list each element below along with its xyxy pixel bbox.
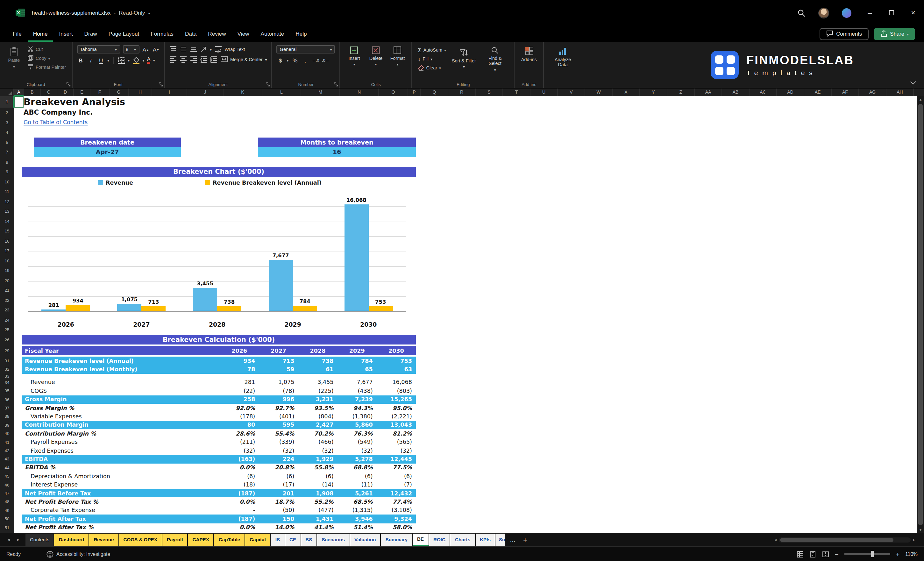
row-header-41[interactable]: 41 [0, 438, 14, 446]
selected-cell-a1[interactable] [14, 96, 24, 108]
format-cells-button[interactable]: Format▾ [388, 45, 407, 68]
cell[interactable]: 80 [220, 422, 259, 428]
row-header-37[interactable]: 37 [0, 404, 14, 412]
cell[interactable]: (225) [298, 388, 337, 394]
cell[interactable]: 9,324 [376, 516, 416, 522]
row-header-13[interactable]: 13 [0, 206, 14, 216]
font-dialog-launcher[interactable] [158, 82, 163, 87]
row-header-2[interactable]: 2 [0, 108, 14, 117]
scroll-up-icon[interactable]: ▴ [917, 96, 924, 102]
comma-style-button[interactable]: , [302, 56, 309, 64]
column-header-Q[interactable]: Q [421, 88, 448, 96]
cell[interactable]: 201 [259, 490, 298, 496]
menu-help[interactable]: Help [290, 26, 312, 42]
cell[interactable]: (22) [220, 388, 259, 394]
cell[interactable]: 934 [220, 357, 259, 364]
cell[interactable]: 81.2% [376, 430, 416, 437]
column-header-B[interactable]: B [24, 88, 41, 96]
cell[interactable]: (401) [259, 413, 298, 420]
zoom-out-button[interactable]: − [835, 550, 838, 558]
font-size-select[interactable]: 8▾ [123, 45, 139, 54]
menu-insert[interactable]: Insert [54, 26, 78, 42]
cell[interactable]: 94.3% [338, 405, 376, 411]
cell[interactable]: 55.4% [259, 430, 298, 437]
table-row-31[interactable]: Revenue Breakeven level (Annual)93471373… [22, 357, 416, 365]
column-header-D[interactable]: D [57, 88, 74, 96]
menu-automate[interactable]: Automate [256, 26, 290, 42]
cell[interactable]: (438) [338, 388, 376, 394]
sheet-tab-scenarios[interactable]: Scenarios [317, 533, 349, 546]
sheet-tab-captable[interactable]: CapTable [214, 533, 244, 546]
row-header-38[interactable]: 38 [0, 412, 14, 421]
accessibility-status[interactable]: Accessibility: Investigate [46, 550, 110, 558]
cell[interactable]: 68.5% [338, 499, 376, 505]
cell[interactable]: 1,075 [259, 379, 298, 386]
table-row-33[interactable] [22, 374, 416, 378]
column-header-E[interactable]: E [74, 88, 90, 96]
zoom-in-button[interactable]: + [896, 550, 900, 558]
zoom-slider[interactable] [844, 554, 890, 555]
cell[interactable]: 15,265 [376, 396, 416, 403]
decrease-decimal-button[interactable]: .0→ [322, 56, 330, 64]
cell[interactable]: 95.0% [376, 405, 416, 411]
cell[interactable]: 61 [298, 366, 337, 372]
cell[interactable]: (339) [259, 439, 298, 446]
copy-button[interactable]: Copy▾ [26, 54, 67, 62]
find-select-button[interactable]: Find & Select▾ [480, 45, 510, 73]
cell[interactable]: (187) [220, 516, 259, 522]
table-row-46[interactable]: Interest Expense(18)(17)(14)(11)(7) [22, 480, 416, 489]
cell[interactable]: 7,239 [338, 396, 376, 403]
column-header-AE[interactable]: AE [804, 88, 832, 96]
cell[interactable]: 28.6% [220, 430, 259, 437]
column-header-AG[interactable]: AG [859, 88, 886, 96]
horizontal-scroll-thumb[interactable] [780, 538, 894, 542]
cell[interactable]: (32) [338, 447, 376, 454]
clipboard-dialog-launcher[interactable] [66, 82, 70, 87]
cell[interactable]: (466) [298, 439, 337, 446]
column-header-H[interactable]: H [129, 88, 152, 96]
table-row-36[interactable]: Gross Margin2589963,2317,23915,265 [22, 395, 416, 404]
cell[interactable]: 77.5% [376, 465, 416, 471]
add-ins-button[interactable]: Add-ins [519, 45, 539, 63]
cell[interactable]: 5,261 [338, 490, 376, 496]
title-chevron-icon[interactable]: ▾ [148, 10, 150, 15]
cell[interactable]: 92.0% [220, 405, 259, 411]
menu-draw[interactable]: Draw [79, 26, 102, 42]
column-header-W[interactable]: W [585, 88, 613, 96]
row-header-20[interactable]: 20 [0, 275, 14, 285]
cell[interactable]: 753 [376, 357, 416, 364]
cell[interactable]: - [220, 507, 259, 513]
row-header-50[interactable]: 50 [0, 514, 14, 523]
cell[interactable]: 595 [259, 422, 298, 428]
column-header-Y[interactable]: Y [640, 88, 668, 96]
row-header-25[interactable]: 25 [0, 325, 14, 334]
underline-button[interactable]: U [97, 56, 105, 64]
menu-page-layout[interactable]: Page Layout [104, 26, 144, 42]
page-break-view-icon[interactable] [822, 550, 829, 558]
sheet-tab-cf[interactable]: CF [285, 533, 300, 546]
bold-button[interactable]: B [77, 56, 84, 64]
column-header-M[interactable]: M [301, 88, 340, 96]
clear-button[interactable]: Clear▾ [417, 64, 447, 72]
row-header-24[interactable]: 24 [0, 315, 14, 325]
sheet-canvas[interactable]: Breakeven Analysis ABC Company Inc. Go t… [14, 96, 917, 533]
row-header-8[interactable]: 8 [0, 157, 14, 167]
delete-cells-button[interactable]: Delete▾ [366, 45, 386, 68]
cell[interactable]: (6) [338, 473, 376, 480]
column-header-AC[interactable]: AC [750, 88, 777, 96]
merge-center-icon[interactable] [220, 56, 228, 63]
row-header-40[interactable]: 40 [0, 429, 14, 438]
scroll-down-icon[interactable]: ▾ [917, 526, 924, 533]
table-row-35[interactable]: COGS(22)(78)(225)(438)(803) [22, 387, 416, 395]
increase-decimal-button[interactable]: ←.0 [312, 56, 320, 64]
sheet-tab-so[interactable]: So [496, 533, 505, 546]
cell[interactable]: 55.2% [298, 499, 337, 505]
cell[interactable]: 996 [259, 396, 298, 403]
cell[interactable]: (804) [298, 413, 337, 420]
cell[interactable]: 65 [338, 366, 376, 372]
cell[interactable]: (32) [298, 447, 337, 454]
sheet-tab-bs[interactable]: BS [301, 533, 316, 546]
share-button[interactable]: Share ▾ [873, 28, 915, 40]
column-header-C[interactable]: C [41, 88, 57, 96]
cell[interactable]: 1,908 [298, 490, 337, 496]
